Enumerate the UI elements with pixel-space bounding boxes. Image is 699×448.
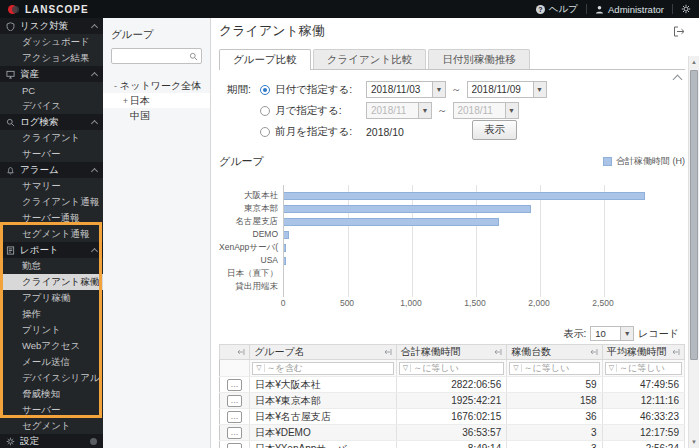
help-button[interactable]: ? ヘルプ <box>536 3 578 16</box>
sidebar-section[interactable]: リスク対策 <box>0 18 103 34</box>
radio-previous-month[interactable] <box>260 127 270 137</box>
filter-input[interactable]: ▽～を含む <box>252 362 394 375</box>
chart-bar-row <box>284 241 667 254</box>
cell-average-time: 12:11:16 <box>602 393 684 409</box>
sidebar-item[interactable]: セグメント通報 <box>0 226 103 242</box>
sidebar-section[interactable]: アラーム <box>0 162 103 178</box>
vertical-scrollbar[interactable]: ▲ ▼ <box>688 56 699 448</box>
date-to-select[interactable]: 2018/11/09 ▼ <box>467 81 547 98</box>
cell-row-menu: … <box>220 425 250 441</box>
tree-item[interactable]: 中国 <box>103 108 210 123</box>
group-search-input[interactable] <box>112 51 189 61</box>
sidebar-item[interactable]: 操作 <box>0 306 103 322</box>
tab-date-trend[interactable]: 日付別稼働推移 <box>428 49 530 69</box>
filter-funnel-icon[interactable]: ▽ <box>256 364 264 372</box>
sidebar-item[interactable]: デバイスシリアル <box>0 370 103 386</box>
column-header[interactable]: 稼働台数 <box>507 345 602 360</box>
chart-bar[interactable] <box>284 218 499 226</box>
chart-bar[interactable] <box>284 192 645 200</box>
page-size-select[interactable]: 10 ▼ <box>590 326 634 341</box>
row-menu-button[interactable]: … <box>227 411 242 423</box>
tree-item[interactable]: -ネットワーク全体 <box>103 78 210 93</box>
column-header[interactable]: グループ名 <box>250 345 397 360</box>
brand-logo: LANSCOPE <box>8 4 89 15</box>
show-button[interactable]: 表示 <box>472 120 517 140</box>
column-header[interactable]: 平均稼働時間 <box>602 345 684 360</box>
sidebar-item[interactable]: サーバー <box>0 146 103 162</box>
sidebar-item[interactable]: クライアント <box>0 130 103 146</box>
sidebar-item[interactable]: ダッシュボード <box>0 34 103 50</box>
sidebar-item[interactable]: クライアント稼働 <box>0 274 103 290</box>
sidebar-section[interactable]: レポート <box>0 242 103 258</box>
sidebar-section[interactable]: 資産 <box>0 66 103 82</box>
chevron-up-icon <box>91 71 98 78</box>
column-pin-icon[interactable] <box>237 348 245 356</box>
row-menu-button[interactable]: … <box>227 443 242 448</box>
sidebar-item[interactable]: サーバー通報 <box>0 210 103 226</box>
table-row: …日本¥DEMO36:53:57312:17:59 <box>220 425 685 441</box>
radio-date-range[interactable] <box>260 85 270 95</box>
user-menu[interactable]: Administrator <box>595 4 664 15</box>
column-pin-icon[interactable] <box>384 348 392 356</box>
filter-funnel-icon[interactable]: ▽ <box>609 364 617 372</box>
settings-gear-icon[interactable] <box>681 4 691 14</box>
radio-month-range[interactable] <box>260 106 270 116</box>
sidebar-item-settings[interactable]: 設定 <box>0 434 103 448</box>
expand-icon[interactable]: + <box>121 96 130 106</box>
help-label: ヘルプ <box>549 3 578 16</box>
row-menu-button[interactable]: … <box>227 395 242 407</box>
column-header-label: 合計稼働時間 <box>401 345 461 359</box>
column-pin-icon[interactable] <box>672 348 680 356</box>
sidebar-item[interactable]: セグメント <box>0 418 103 434</box>
filter-funnel-icon[interactable]: ▽ <box>403 364 411 372</box>
sidebar-item[interactable]: プリント <box>0 322 103 338</box>
sidebar-section[interactable]: ログ検索 <box>0 114 103 130</box>
sidebar-item[interactable]: デバイス <box>0 98 103 114</box>
tab-client-comparison[interactable]: クライアント比較 <box>313 49 426 69</box>
chart-bar[interactable] <box>284 231 289 239</box>
scroll-up-icon[interactable]: ▲ <box>689 57 699 67</box>
column-pin-icon[interactable] <box>494 348 502 356</box>
chart-bar-row <box>284 280 667 293</box>
filter-funnel-icon[interactable]: ▽ <box>513 364 521 372</box>
sidebar-item[interactable]: メール送信 <box>0 354 103 370</box>
column-header[interactable]: 合計稼働時間 <box>396 345 506 360</box>
sidebar-item[interactable]: PC <box>0 82 103 98</box>
sidebar-item[interactable]: 勤怠 <box>0 258 103 274</box>
month-to-select: 2018/11 ▼ <box>453 102 519 119</box>
chart-bar[interactable] <box>284 205 531 213</box>
tab-group-comparison[interactable]: グループ比較 <box>219 49 311 70</box>
filter-input[interactable]: ▽～に等しい <box>399 362 504 375</box>
chevron-up-icon <box>91 119 98 126</box>
shield-icon <box>6 21 16 31</box>
scrollbar-thumb[interactable] <box>690 70 698 360</box>
filter-placeholder: ～に等しい <box>413 362 459 375</box>
tree-item-label: 中国 <box>130 109 150 123</box>
sidebar-section-label: 資産 <box>20 68 39 81</box>
export-icon[interactable] <box>673 26 685 37</box>
sidebar-item[interactable]: アプリ稼働 <box>0 290 103 306</box>
sidebar-item[interactable]: サマリー <box>0 178 103 194</box>
chart-category-label: DEMO <box>219 228 283 241</box>
scroll-down-icon[interactable]: ▼ <box>689 437 699 447</box>
date-from-select[interactable]: 2018/11/03 ▼ <box>366 81 446 98</box>
filter-cell: ▽～に等しい <box>602 360 684 377</box>
chart-category-label: 貸出用端末 <box>219 280 283 293</box>
filter-input[interactable]: ▽～に等しい <box>509 362 599 375</box>
sidebar-item[interactable]: Webアクセス <box>0 338 103 354</box>
row-menu-button[interactable]: … <box>227 427 242 439</box>
sidebar-item[interactable]: アクション結果 <box>0 50 103 66</box>
chart-bar[interactable] <box>284 244 286 252</box>
chart-bar[interactable] <box>284 257 286 265</box>
column-pin-icon[interactable] <box>590 348 598 356</box>
sidebar-item[interactable]: クライアント通報 <box>0 194 103 210</box>
collapse-icon[interactable]: - <box>111 81 120 91</box>
collapse-toggle-icon[interactable] <box>90 438 97 445</box>
filter-input[interactable]: ▽～に等しい <box>605 362 682 375</box>
tree-item[interactable]: +日本 <box>103 93 210 108</box>
tree-item-label: ネットワーク全体 <box>120 79 201 93</box>
row-menu-button[interactable]: … <box>227 379 242 391</box>
sidebar-item[interactable]: 脅威検知 <box>0 386 103 402</box>
chevron-up-icon <box>91 167 98 174</box>
sidebar-item[interactable]: サーバー <box>0 402 103 418</box>
